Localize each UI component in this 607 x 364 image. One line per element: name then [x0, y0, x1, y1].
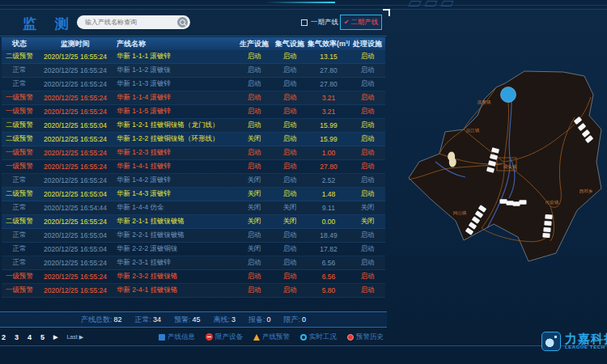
table-row[interactable]: 正常2020/12/25 16:55:24华新 2-3-1 挂镀锌启动启动6.5…: [2, 256, 385, 270]
district-map[interactable]: 温泉镇沿江镇城关镇西郊乡司前镇回山镇: [387, 39, 607, 275]
phase1-checkbox[interactable]: [301, 19, 308, 26]
map-enterprise-marker[interactable]: [520, 200, 527, 205]
cell: 启动: [236, 66, 272, 75]
table-row[interactable]: 正常2020/12/25 16:55:04华新 2-2-1 挂镀镍镀铬启动启动1…: [2, 229, 385, 243]
table-row[interactable]: 一级预警2020/12/25 16:55:24华新 1-4-1 挂镀锌启动启动2…: [2, 160, 385, 174]
cell: 2020/12/25 16:55:24: [37, 259, 113, 267]
cell: 二级预警: [2, 217, 37, 226]
phase1-checkbox-group[interactable]: 一期产线: [301, 18, 338, 28]
cell: 启动: [236, 107, 272, 116]
map-legend: 产线信息限产设备产线预警实时工况预警历史: [159, 329, 384, 345]
map-enterprise-marker[interactable]: [544, 221, 551, 226]
cell: 27.80: [308, 80, 350, 88]
cell: 关闭: [236, 134, 272, 144]
stat-label: 离线:: [214, 315, 231, 324]
stat-label: 限产:: [284, 315, 301, 324]
cell: 华新 2-1-1 挂镀镍镀铬: [113, 217, 236, 226]
table-row[interactable]: 正常2020/12/25 16:55:04华新 2-2-2 滚镀铜镍关闭启动17…: [2, 243, 385, 256]
map-enterprise-marker[interactable]: [543, 227, 550, 232]
search-box[interactable]: [77, 15, 190, 29]
cell: 启动: [236, 79, 272, 89]
cell: 6.56: [308, 259, 350, 267]
table-row[interactable]: 二级预警2020/12/25 16:55:24华新 1-2-2 挂镀铜镍铬（环形…: [2, 133, 385, 146]
cell: 启动: [272, 189, 308, 199]
stat-item: 产线总数:82: [81, 315, 122, 325]
map-place-label: 司前镇: [545, 200, 559, 205]
cell: 2020/12/25 16:55:24: [37, 149, 113, 157]
cell: 2020/12/25 16:55:24: [37, 53, 113, 61]
cell: 华新 1-1-4 滚镀锌: [113, 93, 236, 103]
map-alert-circle-marker[interactable]: [501, 87, 516, 103]
legend-item-info[interactable]: 产线信息: [159, 332, 195, 342]
cell: 二级预警: [2, 134, 37, 144]
map-enterprise-marker[interactable]: [507, 201, 514, 205]
stat-item: 预警:45: [174, 315, 201, 325]
legend-item-stop[interactable]: 限产设备: [206, 332, 243, 342]
cell: 启动: [350, 52, 385, 61]
table-row[interactable]: 二级预警2020/12/25 16:55:04华新 1-2-1 挂镀铜镍铬（龙门…: [2, 119, 385, 133]
cell: 启动: [236, 231, 272, 240]
map-enterprise-marker[interactable]: [500, 199, 507, 204]
cell: 华新 2-2-2 滚镀铜镍: [113, 244, 236, 254]
map-enterprise-marker[interactable]: [542, 233, 550, 238]
cell: 一级预警: [2, 272, 37, 281]
cell: 关闭: [350, 203, 385, 213]
phase2-button[interactable]: ✔ 二期产线: [340, 15, 382, 30]
map-enterprise-marker[interactable]: [513, 201, 520, 206]
cell: 17.82: [308, 245, 350, 253]
cell: 二级预警: [2, 121, 37, 130]
legend-item-rt[interactable]: 实时工况: [300, 332, 337, 342]
cell: 二级预警: [2, 189, 37, 199]
cell: 2020/12/25 16:55:04: [37, 190, 113, 198]
map-enterprise-marker[interactable]: [545, 214, 552, 219]
table-row[interactable]: 二级预警2020/12/25 16:55:04华新 1-4-3 滚镀锌关闭启动1…: [2, 188, 385, 201]
cell: 启动: [236, 52, 272, 61]
search-icon[interactable]: [177, 17, 188, 28]
page-button[interactable]: 3: [15, 333, 19, 341]
cell: 华新 1-1-3 滚镀锌: [113, 79, 236, 89]
page-title: 监 测: [23, 15, 76, 33]
table-row[interactable]: 一级预警2020/12/25 16:55:24华新 1-1-5 滚镀锌启动启动3…: [2, 105, 385, 119]
table-row[interactable]: 一级预警2020/12/25 16:55:24华新 1-2-3 挂镀锌启动启动1…: [2, 146, 385, 160]
pagination: 2345▶Last ▶: [2, 329, 83, 345]
cell: 启动: [350, 286, 385, 295]
table-row[interactable]: 一级预警2020/12/25 16:55:24华新 2-3-2 挂镀镍铬启动启动…: [2, 270, 385, 284]
search-input[interactable]: [85, 19, 177, 26]
page-button[interactable]: 4: [28, 333, 32, 341]
cell: 2.52: [308, 176, 350, 184]
table-row[interactable]: 正常2020/12/25 16:54:44华新 1-4-4 仿金关闭关闭9.11…: [2, 201, 385, 215]
cell: 华新 1-1-5 滚镀锌: [113, 107, 236, 116]
page-button[interactable]: 5: [40, 333, 45, 341]
cell: 启动: [272, 121, 308, 130]
cell: 华新 2-3-2 挂镀镍铬: [113, 272, 236, 281]
cell: 关闭: [272, 203, 308, 213]
cell: 启动: [350, 66, 385, 75]
legend-item-tri[interactable]: 产线预警: [253, 332, 290, 342]
cell: 启动: [350, 148, 385, 158]
cell: 一级预警: [2, 162, 37, 171]
cell: 6.56: [308, 273, 350, 281]
cell: 启动: [272, 66, 308, 75]
last-page-button[interactable]: Last ▶: [66, 334, 83, 341]
table-row[interactable]: 正常2020/12/25 16:55:24华新 1-1-3 滚镀锌启动启动27.…: [2, 78, 385, 91]
brand-name-en: LEAGUE TECH: [565, 345, 607, 349]
map-place-label: 回山镇: [453, 210, 467, 216]
table-row[interactable]: 二级预警2020/12/25 16:55:24华新 1-1-1 滚镀锌启动启动1…: [2, 50, 385, 64]
table-row[interactable]: 二级预警2020/12/25 16:55:24华新 2-1-1 挂镀镍镀铬关闭关…: [2, 215, 385, 229]
cell: 启动: [350, 189, 385, 199]
cell: 正常: [2, 203, 37, 213]
page-button[interactable]: 2: [2, 333, 6, 341]
cell: 启动: [272, 134, 308, 144]
table-row[interactable]: 一级预警2020/12/25 16:55:24华新 2-4-1 挂镀镍铬启动启动…: [2, 284, 385, 298]
map-svg[interactable]: 温泉镇沿江镇城关镇西郊乡司前镇回山镇: [387, 39, 607, 275]
legend-item-hist[interactable]: 预警历史: [347, 332, 384, 342]
column-header: 状态: [2, 39, 37, 49]
map-place-label: 城关镇: [503, 164, 517, 169]
next-page-button[interactable]: ▶: [53, 334, 57, 341]
cell: 启动: [236, 148, 272, 158]
table-row[interactable]: 正常2020/12/25 16:55:24华新 1-4-2 滚镀锌关闭启动2.5…: [2, 174, 385, 188]
table-body: 二级预警2020/12/25 16:55:24华新 1-1-1 滚镀锌启动启动1…: [2, 50, 385, 298]
table-row[interactable]: 一级预警2020/12/25 16:55:24华新 1-1-4 滚镀锌启动启动3…: [2, 91, 385, 105]
table-row[interactable]: 正常2020/12/25 16:55:24华新 1-1-2 滚镀镍启动启动27.…: [2, 64, 385, 78]
map-place-label: 温泉镇: [478, 99, 491, 105]
